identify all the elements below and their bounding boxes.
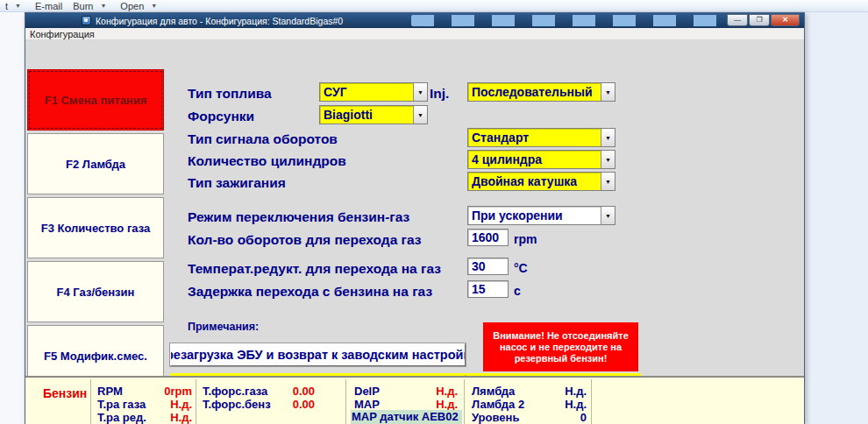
rpm-value: 0rpm xyxy=(122,385,192,398)
delay-unit: с xyxy=(514,284,521,298)
cylinders-label: Количество цилиндров xyxy=(188,153,346,169)
divider xyxy=(464,379,465,424)
minimize-button[interactable]: — xyxy=(727,14,748,26)
chevron-down-icon[interactable]: ▼ xyxy=(15,3,28,9)
desktop-background xyxy=(0,12,25,424)
reset-ecu-button[interactable]: Перезагрузка ЭБУ и возврат к заводским н… xyxy=(170,343,466,366)
status-bar: Бензин RPM 0rpm Т.ра газа Н.д. Т.ра ред.… xyxy=(25,376,804,424)
petrol-injector-temp-value: 0.00 xyxy=(236,398,315,411)
map-label: MAP xyxy=(354,398,380,411)
app-icon xyxy=(82,16,91,25)
injectors-label: Форсунки xyxy=(188,109,254,124)
dropdown-arrow-icon[interactable]: ▼ xyxy=(413,83,427,101)
lambda-value: Н.д. xyxy=(516,385,587,398)
toolbar-item-burn[interactable]: Burn xyxy=(69,1,96,11)
inj-label: Inj. xyxy=(430,86,449,102)
ignition-combo[interactable]: Двойная катушка ▼ xyxy=(467,172,615,191)
sidebar-button-f4-gas-petrol[interactable]: F4 Газ/бензин xyxy=(27,261,164,322)
fuel-type-label: Тип топлива xyxy=(188,86,272,102)
temp-unit: °C xyxy=(514,261,528,275)
divider xyxy=(196,379,196,424)
fuel-type-combo[interactable]: СУГ ▼ xyxy=(319,82,428,102)
sidebar-button-f1-power[interactable]: F1 Смена питания xyxy=(27,69,164,131)
sidebar-button-f2-lambda[interactable]: F2 Ламбда xyxy=(27,133,164,194)
client-area: F1 Смена питания F2 Ламбда F3 Количество… xyxy=(25,40,804,376)
toolbar-item-open[interactable]: Open xyxy=(117,1,147,11)
divider xyxy=(90,379,91,424)
level-label: Уровень xyxy=(472,411,519,424)
switch-temp-input[interactable]: 30 xyxy=(467,258,509,275)
rpm-signal-combo[interactable]: Стандарт ▼ xyxy=(467,128,615,147)
fuel-mode-indicator: Бензин xyxy=(43,386,87,400)
lambda2-value: Н.д. xyxy=(516,398,587,411)
switch-rpm-input[interactable]: 1600 xyxy=(467,229,509,246)
close-button[interactable]: ✕ xyxy=(771,14,800,26)
lambda-label: Лямбда xyxy=(472,385,515,398)
toolbar-item-t[interactable]: t xyxy=(2,1,11,11)
parent-toolbar: t ▼ E-mail Burn ▼ Open ▼ xyxy=(0,0,868,12)
map-value: Н.д. xyxy=(394,398,458,411)
dropdown-arrow-icon[interactable]: ▼ xyxy=(601,151,615,168)
ignition-label: Тип зажигания xyxy=(188,175,286,191)
rpm-signal-label: Тип сигнала оборотов xyxy=(188,131,338,147)
app-window: Конфигурация для авто - Конфигурация: St… xyxy=(25,12,805,424)
titlebar[interactable]: Конфигурация для авто - Конфигурация: St… xyxy=(25,13,804,28)
reducer-temp-value: Н.д. xyxy=(122,411,192,424)
injectors-combo[interactable]: Biagiotti ▼ xyxy=(319,105,428,124)
divider xyxy=(345,379,346,424)
menu-configuration[interactable]: Конфигурация xyxy=(30,29,95,39)
chevron-down-icon[interactable]: ▼ xyxy=(100,3,113,9)
notes-label: Примечания: xyxy=(188,321,259,333)
cylinders-combo[interactable]: 4 цилиндра ▼ xyxy=(467,150,615,169)
window-title: Конфигурация для авто - Конфигурация: St… xyxy=(96,16,343,26)
dropdown-arrow-icon[interactable]: ▼ xyxy=(413,106,427,124)
map-sensor-badge: MAP датчик AEB02 xyxy=(351,410,462,424)
menubar: Конфигурация xyxy=(25,28,804,40)
level-value: 0 xyxy=(516,411,587,424)
dropdown-arrow-icon[interactable]: ▼ xyxy=(601,173,615,190)
switch-delay-label: Задержка перехода с бензина на газ xyxy=(188,284,432,300)
maximize-button[interactable]: ❐ xyxy=(749,14,770,26)
pump-warning-box: Внимание! Не отсоединяйте насос и не пер… xyxy=(483,322,638,371)
switch-delay-input[interactable]: 15 xyxy=(467,280,509,298)
rpm-label: RPM xyxy=(97,385,123,398)
toolbar-item-email[interactable]: E-mail xyxy=(32,1,66,11)
dropdown-arrow-icon[interactable]: ▼ xyxy=(601,129,615,146)
dropdown-arrow-icon[interactable]: ▼ xyxy=(601,207,615,224)
chevron-down-icon[interactable]: ▼ xyxy=(151,3,164,9)
switch-temp-label: Температ.редукт. для перехода на газ xyxy=(188,261,441,277)
delp-label: DelP xyxy=(354,385,380,398)
gas-temp-value: Н.д. xyxy=(122,398,192,411)
inj-combo[interactable]: Последовательный ▼ xyxy=(467,82,615,102)
sidebar-button-f3-gas-quantity[interactable]: F3 Количество газа xyxy=(27,197,164,258)
switch-mode-label: Режим переключения бензин-газ xyxy=(188,209,409,225)
gas-injector-temp-value: 0.00 xyxy=(236,385,315,398)
dropdown-arrow-icon[interactable]: ▼ xyxy=(601,83,615,101)
titlebar-decoration xyxy=(411,15,721,26)
switch-rpm-label: Кол-во оборотов для перехода газ xyxy=(188,232,422,248)
divider xyxy=(591,379,592,424)
delp-value: Н.д. xyxy=(394,385,458,398)
rpm-unit: rpm xyxy=(514,232,537,246)
switch-mode-combo[interactable]: При ускорении ▼ xyxy=(467,206,615,225)
